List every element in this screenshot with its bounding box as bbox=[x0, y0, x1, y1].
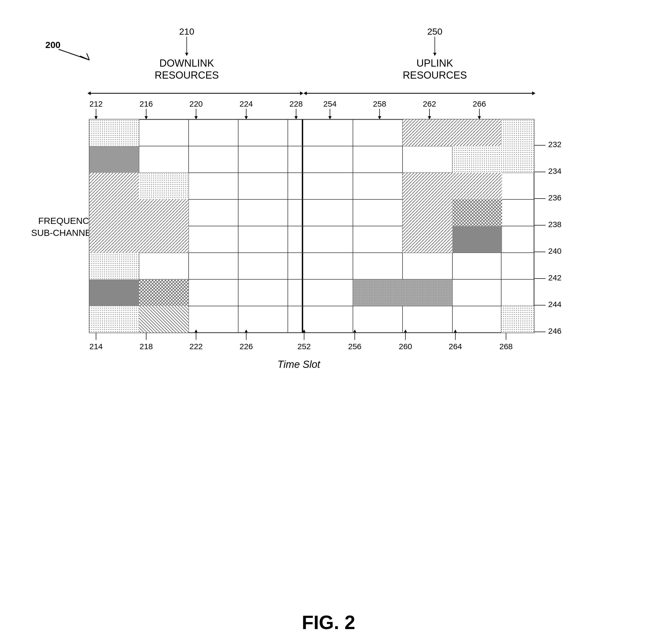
svg-text:SUB-CHANNELS: SUB-CHANNELS bbox=[31, 228, 102, 238]
svg-text:260: 260 bbox=[399, 342, 412, 351]
svg-line-2 bbox=[80, 56, 89, 60]
svg-rect-128 bbox=[402, 173, 453, 199]
svg-text:FREQUENCY: FREQUENCY bbox=[38, 216, 95, 226]
svg-rect-122 bbox=[139, 226, 189, 253]
svg-marker-76 bbox=[303, 329, 306, 333]
svg-rect-129 bbox=[453, 173, 502, 199]
svg-text:254: 254 bbox=[323, 99, 337, 108]
svg-marker-15 bbox=[87, 91, 91, 95]
svg-marker-73 bbox=[245, 329, 248, 333]
svg-text:234: 234 bbox=[548, 167, 562, 176]
svg-line-1 bbox=[59, 49, 89, 60]
svg-text:256: 256 bbox=[348, 342, 362, 351]
svg-text:226: 226 bbox=[240, 342, 253, 351]
svg-text:Time Slot: Time Slot bbox=[278, 359, 321, 370]
svg-rect-115 bbox=[89, 199, 139, 226]
svg-text:RESOURCES: RESOURCES bbox=[403, 70, 467, 81]
svg-rect-119 bbox=[89, 306, 139, 333]
svg-text:250: 250 bbox=[427, 26, 442, 37]
svg-text:244: 244 bbox=[548, 300, 562, 309]
svg-rect-133 bbox=[453, 226, 502, 253]
svg-rect-130 bbox=[402, 199, 453, 226]
svg-text:UPLINK: UPLINK bbox=[416, 58, 453, 69]
svg-text:210: 210 bbox=[179, 26, 194, 37]
svg-text:220: 220 bbox=[190, 99, 203, 108]
svg-text:236: 236 bbox=[548, 193, 562, 202]
svg-marker-22 bbox=[94, 116, 97, 119]
svg-rect-112 bbox=[89, 119, 139, 146]
svg-text:238: 238 bbox=[548, 220, 562, 229]
svg-text:266: 266 bbox=[473, 99, 486, 108]
svg-text:240: 240 bbox=[548, 247, 562, 255]
svg-rect-118 bbox=[89, 279, 139, 306]
svg-marker-70 bbox=[194, 329, 198, 333]
svg-rect-120 bbox=[139, 173, 189, 199]
svg-rect-114 bbox=[89, 173, 139, 199]
svg-rect-127 bbox=[453, 146, 502, 173]
svg-rect-125 bbox=[402, 119, 453, 146]
svg-rect-135 bbox=[501, 306, 534, 333]
svg-text:252: 252 bbox=[298, 342, 311, 351]
svg-marker-67 bbox=[145, 329, 148, 333]
svg-marker-34 bbox=[294, 116, 298, 119]
svg-text:242: 242 bbox=[548, 273, 562, 282]
svg-rect-131 bbox=[453, 199, 502, 226]
svg-rect-136 bbox=[501, 119, 534, 146]
svg-marker-11 bbox=[433, 53, 436, 56]
svg-text:258: 258 bbox=[373, 99, 386, 108]
svg-marker-16 bbox=[300, 91, 303, 95]
svg-marker-28 bbox=[194, 116, 198, 119]
svg-marker-40 bbox=[378, 116, 381, 119]
svg-text:200: 200 bbox=[45, 40, 61, 50]
diagram-container: 200 210 DOWNLINK RESOURCES 250 UPLINK RE… bbox=[37, 21, 619, 528]
svg-text:214: 214 bbox=[89, 342, 103, 351]
svg-rect-95 bbox=[89, 119, 534, 333]
svg-marker-43 bbox=[428, 116, 431, 119]
svg-marker-85 bbox=[454, 329, 457, 333]
svg-marker-37 bbox=[328, 116, 332, 119]
svg-text:262: 262 bbox=[423, 99, 436, 108]
svg-marker-46 bbox=[478, 116, 481, 119]
svg-marker-93 bbox=[95, 228, 98, 231]
svg-marker-18 bbox=[304, 91, 307, 95]
figure-label: FIG. 2 bbox=[302, 612, 355, 633]
svg-marker-64 bbox=[94, 329, 97, 333]
svg-rect-126 bbox=[453, 119, 502, 146]
svg-rect-134 bbox=[353, 279, 453, 306]
svg-marker-25 bbox=[145, 116, 148, 119]
svg-text:216: 216 bbox=[139, 99, 153, 108]
svg-text:232: 232 bbox=[548, 140, 562, 149]
svg-marker-82 bbox=[404, 329, 407, 333]
figure-caption: FIG. 2 bbox=[302, 612, 355, 633]
svg-text:RESOURCES: RESOURCES bbox=[155, 70, 219, 81]
svg-rect-132 bbox=[402, 226, 453, 253]
svg-rect-121 bbox=[139, 199, 189, 226]
svg-text:268: 268 bbox=[499, 342, 513, 351]
svg-rect-113 bbox=[89, 146, 139, 173]
svg-rect-116 bbox=[89, 226, 139, 253]
svg-text:218: 218 bbox=[139, 342, 153, 351]
svg-text:DOWNLINK: DOWNLINK bbox=[159, 58, 214, 69]
svg-text:224: 224 bbox=[240, 99, 253, 108]
diagram-svg: 200 210 DOWNLINK RESOURCES 250 UPLINK RE… bbox=[37, 21, 619, 528]
svg-marker-88 bbox=[504, 329, 508, 333]
svg-marker-19 bbox=[532, 91, 535, 95]
svg-rect-124 bbox=[139, 306, 189, 333]
svg-text:264: 264 bbox=[449, 342, 462, 351]
svg-rect-117 bbox=[89, 253, 139, 279]
svg-marker-6 bbox=[185, 53, 188, 56]
svg-rect-123 bbox=[139, 279, 189, 306]
svg-marker-31 bbox=[245, 116, 248, 119]
svg-rect-137 bbox=[501, 146, 534, 173]
svg-marker-79 bbox=[353, 329, 356, 333]
svg-line-3 bbox=[87, 53, 89, 60]
svg-text:212: 212 bbox=[89, 99, 103, 108]
svg-text:228: 228 bbox=[289, 99, 303, 108]
svg-text:222: 222 bbox=[190, 342, 203, 351]
svg-text:246: 246 bbox=[548, 326, 562, 335]
